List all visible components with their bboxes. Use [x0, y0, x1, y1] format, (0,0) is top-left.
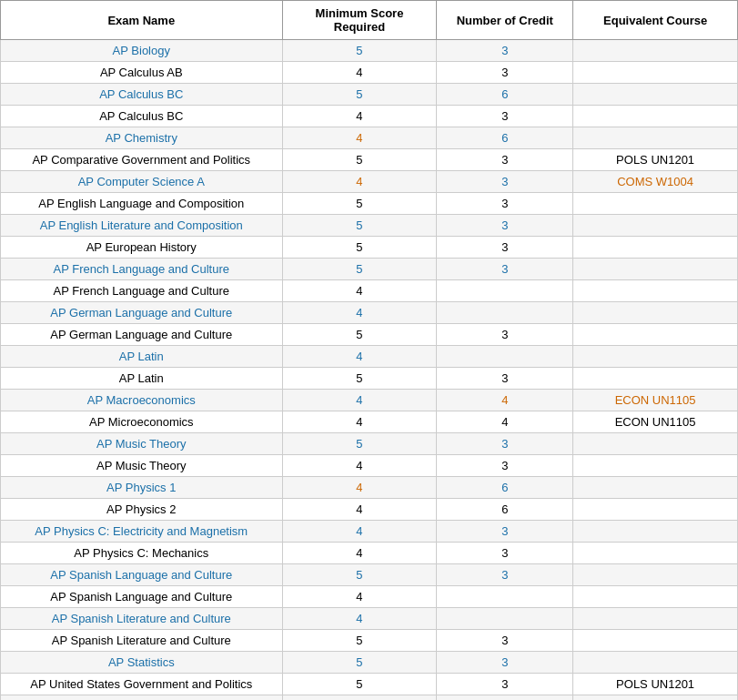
min-score-cell: 5 [282, 324, 437, 346]
equiv-course-cell [573, 280, 738, 302]
num-credit-cell: 3 [437, 564, 573, 586]
num-credit-cell: 6 [437, 499, 573, 521]
table-row: AP Calculus AB43 [1, 62, 738, 84]
equiv-course-cell [573, 302, 738, 324]
min-score-cell: 5 [282, 652, 437, 674]
exam-name-cell: AP Calculus BC [1, 106, 283, 127]
num-credit-cell [437, 608, 573, 630]
equiv-course-cell: POLS UN1201 [573, 149, 738, 171]
num-credit-cell: 3 [437, 521, 573, 543]
equiv-course-cell [573, 521, 738, 543]
table-row: AP English Literature and Composition53 [1, 215, 738, 237]
num-credit-cell: 4 [437, 411, 573, 433]
exam-name-cell: AP Spanish Literature and Culture [1, 608, 283, 630]
table-row: AP Chemistry46 [1, 127, 738, 149]
num-credit-cell: 3 [437, 149, 573, 171]
min-score-cell: 5 [282, 84, 437, 106]
min-score-cell: 4 [282, 521, 437, 543]
min-score-cell: 4 [282, 411, 437, 433]
min-score-cell: 4 [282, 127, 437, 149]
min-score-cell: 4 [282, 390, 437, 411]
equiv-course-cell [573, 477, 738, 499]
exam-name-cell: AP Statistics [1, 652, 283, 674]
min-score-cell: 4 [282, 608, 437, 630]
num-credit-cell: 3 [437, 652, 573, 674]
exam-name-cell: AP Chemistry [1, 127, 283, 149]
table-row: AP Microeconomics44ECON UN1105 [1, 411, 738, 433]
exam-name-cell: AP Calculus AB [1, 62, 283, 84]
table-row: AP Physics C: Mechanics43 [1, 543, 738, 564]
table-row: AP Spanish Literature and Culture4 [1, 608, 738, 630]
num-credit-cell [437, 586, 573, 608]
min-score-cell: 4 [282, 499, 437, 521]
table-row: AP Calculus BC56 [1, 84, 738, 106]
equiv-course-cell [573, 608, 738, 630]
num-credit-cell: 3 [437, 106, 573, 127]
num-credit-cell: 3 [437, 630, 573, 652]
exam-name-cell: AP Latin [1, 346, 283, 368]
min-score-cell: 4 [282, 586, 437, 608]
min-score-cell: 4 [282, 171, 437, 193]
table-row: AP Spanish Language and Culture53 [1, 564, 738, 586]
num-credit-cell: 3 [437, 193, 573, 215]
equiv-course-cell [573, 127, 738, 149]
num-credit-cell: 6 [437, 127, 573, 149]
min-score-cell: 4 [282, 543, 437, 564]
num-credit-cell: 3 [437, 237, 573, 259]
table-row: AP Spanish Language and Culture4 [1, 586, 738, 608]
num-credit-cell: 3 [437, 674, 573, 695]
exam-name-cell: AP United States Government and Politics [1, 674, 283, 695]
exam-name-cell: AP Spanish Language and Culture [1, 564, 283, 586]
equiv-course-cell [573, 564, 738, 586]
table-row: AP European History53 [1, 237, 738, 259]
header-equiv-course: Equivalent Course [573, 1, 738, 40]
exam-name-cell: AP European History [1, 237, 283, 259]
min-score-cell: 4 [282, 62, 437, 84]
table-row: AP English Language and Composition53 [1, 193, 738, 215]
exam-name-cell: AP Physics 1 [1, 477, 283, 499]
table-row: AP Biology53 [1, 40, 738, 62]
equiv-course-cell [573, 499, 738, 521]
num-credit-cell: 3 [437, 368, 573, 390]
table-row: AP Calculus BC43 [1, 106, 738, 127]
exam-name-cell: AP Microeconomics [1, 411, 283, 433]
table-row: AP German Language and Culture53 [1, 324, 738, 346]
min-score-cell: 4 [282, 455, 437, 477]
exam-name-cell: AP Spanish Language and Culture [1, 586, 283, 608]
exam-name-cell: AP Calculus BC [1, 84, 283, 106]
num-credit-cell: 3 [437, 455, 573, 477]
table-row: AP Comparative Government and Politics53… [1, 149, 738, 171]
exam-name-cell: AP Physics 2 [1, 499, 283, 521]
equiv-course-cell [573, 368, 738, 390]
num-credit-cell: 6 [437, 477, 573, 499]
table-row: AP Macroeconomics44ECON UN1105 [1, 390, 738, 411]
exam-name-cell: AP Music Theory [1, 455, 283, 477]
equiv-course-cell [573, 695, 738, 701]
table-row: AP French Language and Culture53 [1, 259, 738, 280]
num-credit-cell [437, 346, 573, 368]
equiv-course-cell [573, 543, 738, 564]
num-credit-cell: 3 [437, 40, 573, 62]
exam-name-cell: AP Latin [1, 368, 283, 390]
exam-name-cell: AP English Literature and Composition [1, 215, 283, 237]
min-score-cell: 4 [282, 302, 437, 324]
equiv-course-cell [573, 215, 738, 237]
table-row: AP Physics 146 [1, 477, 738, 499]
header-min-score: Minimum Score Required [282, 1, 437, 40]
table-row: AP United States History53 [1, 695, 738, 701]
num-credit-cell: 3 [437, 259, 573, 280]
min-score-cell: 4 [282, 280, 437, 302]
min-score-cell: 5 [282, 695, 437, 701]
table-row: AP German Language and Culture4 [1, 302, 738, 324]
num-credit-cell [437, 302, 573, 324]
num-credit-cell: 3 [437, 215, 573, 237]
min-score-cell: 5 [282, 259, 437, 280]
table-row: AP Physics C: Electricity and Magnetism4… [1, 521, 738, 543]
min-score-cell: 4 [282, 106, 437, 127]
equiv-course-cell [573, 630, 738, 652]
equiv-course-cell [573, 433, 738, 455]
table-row: AP Physics 246 [1, 499, 738, 521]
table-row: AP Music Theory43 [1, 455, 738, 477]
num-credit-cell: 3 [437, 543, 573, 564]
exam-name-cell: AP Physics C: Mechanics [1, 543, 283, 564]
